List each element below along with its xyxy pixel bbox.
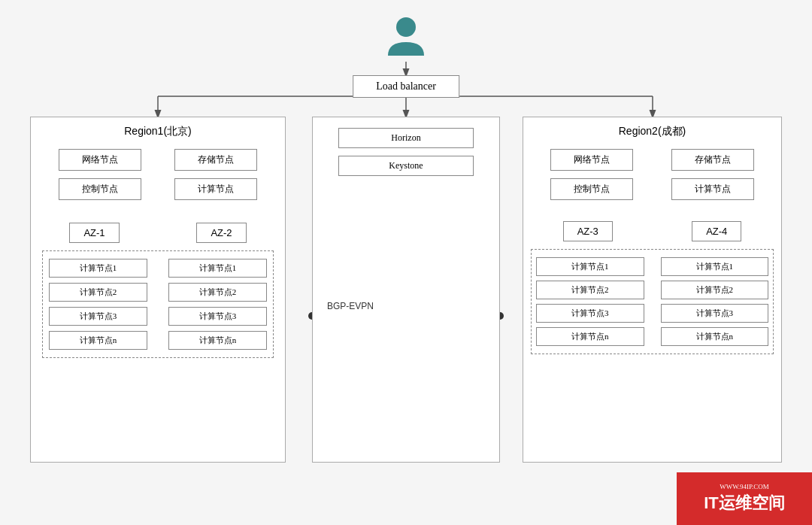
region2-node-3: 计算节点 <box>671 178 754 200</box>
r2-az3-node1: 计算节点2 <box>536 281 644 299</box>
r2-az3-node3: 计算节点n <box>536 327 644 346</box>
region2-node-1: 存储节点 <box>671 149 754 171</box>
watermark-brand: IT运维空间 <box>704 492 785 514</box>
watermark: WWW.94IP.COM IT运维空间 <box>677 472 812 525</box>
user-icon <box>383 14 429 62</box>
r2-az4-node1: 计算节点2 <box>661 281 769 299</box>
main-canvas: Load balancer Region1(北京) 网络节点 存储节点 控制节点… <box>0 0 812 525</box>
watermark-url: WWW.94IP.COM <box>720 483 769 490</box>
region2-node-0: 网络节点 <box>550 149 633 171</box>
az1-box: AZ-1 <box>69 223 119 243</box>
region1-box: Region1(北京) 网络节点 存储节点 控制节点 计算节点 AZ-1 AZ-… <box>30 117 286 463</box>
az4-box: AZ-4 <box>692 221 741 241</box>
region2-nodes-grid: 网络节点 存储节点 控制节点 计算节点 <box>535 149 770 200</box>
center-panel: Horizon Keystone <box>312 117 500 463</box>
region2-title: Region2(成都) <box>523 125 781 138</box>
region1-node-2: 控制节点 <box>59 178 141 200</box>
r2-az3-node2: 计算节点3 <box>536 304 644 323</box>
r2-az4-node3: 计算节点n <box>661 327 769 346</box>
r2-az4-node2: 计算节点3 <box>661 304 769 323</box>
keystone-box: Keystone <box>338 156 474 176</box>
region1-title: Region1(北京) <box>31 125 285 138</box>
r1-az2-node2: 计算节点3 <box>168 307 267 326</box>
load-balancer-label: Load balancer <box>376 80 436 92</box>
svg-point-20 <box>396 17 416 37</box>
r1-az2-node1: 计算节点2 <box>168 283 267 302</box>
region2-az-row: AZ-3 AZ-4 <box>523 221 781 241</box>
r1-az1-node2: 计算节点3 <box>49 307 147 326</box>
region1-node-1: 存储节点 <box>174 149 257 171</box>
center-inner: Horizon Keystone <box>313 128 499 176</box>
region1-az-row: AZ-1 AZ-2 <box>31 223 285 243</box>
region1-node-0: 网络节点 <box>59 149 141 171</box>
region2-box: Region2(成都) 网络节点 存储节点 控制节点 计算节点 AZ-3 AZ-… <box>523 117 782 463</box>
r2-az4-node0: 计算节点1 <box>661 257 769 276</box>
region1-az2-compute: 计算节点1 计算节点2 计算节点3 计算节点n <box>162 251 273 357</box>
region2-node-2: 控制节点 <box>550 178 633 200</box>
r1-az2-node0: 计算节点1 <box>168 259 267 278</box>
region1-nodes-grid: 网络节点 存储节点 控制节点 计算节点 <box>46 149 270 200</box>
r1-az1-node1: 计算节点2 <box>49 283 147 302</box>
region2-compute-container: 计算节点1 计算节点2 计算节点3 计算节点n 计算节点1 计算节点2 计算节点… <box>531 249 774 354</box>
bgp-evpn-label: BGP-EVPN <box>327 301 374 311</box>
az2-box: AZ-2 <box>196 223 246 243</box>
horizon-box: Horizon <box>338 128 474 148</box>
load-balancer-box: Load balancer <box>353 75 459 98</box>
region1-node-3: 计算节点 <box>174 178 257 200</box>
region1-az1-compute: 计算节点1 计算节点2 计算节点3 计算节点n <box>43 251 153 357</box>
region2-az4-compute: 计算节点1 计算节点2 计算节点3 计算节点n <box>656 250 774 354</box>
region2-az3-compute: 计算节点1 计算节点2 计算节点3 计算节点n <box>532 250 649 354</box>
r2-az3-node0: 计算节点1 <box>536 257 644 276</box>
az3-box: AZ-3 <box>563 221 613 241</box>
r1-az1-node0: 计算节点1 <box>49 259 147 278</box>
region1-compute-container: 计算节点1 计算节点2 计算节点3 计算节点n 计算节点1 计算节点2 计算节点… <box>42 250 274 358</box>
r1-az2-node3: 计算节点n <box>168 331 267 350</box>
r1-az1-node3: 计算节点n <box>49 331 147 350</box>
